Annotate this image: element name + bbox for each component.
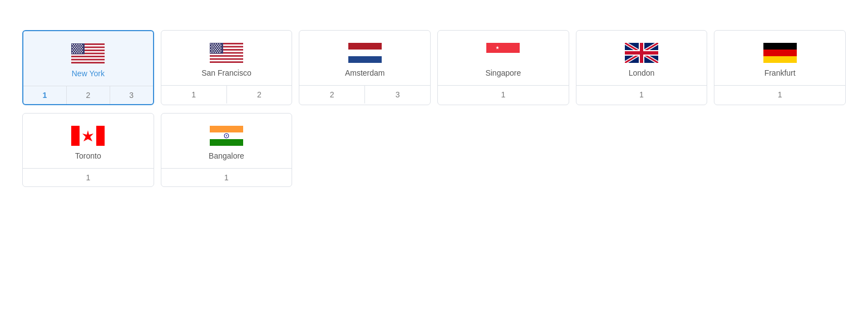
region-card-new-york[interactable]: New York123 (22, 30, 154, 105)
svg-rect-89 (348, 50, 382, 56)
svg-point-87 (219, 52, 220, 53)
region-num-amsterdam-3[interactable]: 3 (365, 86, 430, 104)
svg-point-81 (218, 51, 219, 52)
region-num-bangalore-1[interactable]: 1 (161, 169, 292, 186)
region-name-san-francisco: San Francisco (201, 68, 251, 77)
svg-rect-100 (96, 126, 105, 146)
svg-point-31 (76, 50, 77, 51)
region-top-new-york: New York (23, 31, 153, 86)
svg-rect-5 (71, 56, 105, 57)
region-card-london[interactable]: London1 (576, 30, 708, 105)
svg-point-43 (81, 52, 82, 53)
svg-point-32 (78, 50, 80, 51)
region-top-singapore: Singapore (438, 31, 569, 85)
svg-point-78 (211, 51, 213, 52)
svg-point-77 (219, 49, 220, 50)
svg-point-23 (81, 47, 82, 48)
flag-uk-icon (625, 43, 658, 63)
region-card-san-francisco[interactable]: San Francisco12 (161, 30, 293, 105)
svg-point-56 (217, 43, 218, 45)
region-card-frankfurt[interactable]: Frankfurt1 (714, 30, 846, 105)
svg-point-34 (73, 51, 74, 52)
region-card-toronto[interactable]: Toronto1 (22, 113, 154, 187)
svg-point-16 (77, 46, 78, 47)
region-num-new-york-1[interactable]: 1 (23, 86, 67, 104)
svg-point-14 (73, 46, 74, 47)
region-numbers-san-francisco: 12 (161, 85, 292, 104)
svg-rect-90 (348, 56, 382, 63)
region-name-frankfurt: Frankfurt (765, 68, 796, 77)
svg-rect-50 (210, 58, 243, 60)
svg-rect-49 (210, 55, 243, 57)
region-top-bangalore: Bangalore (161, 114, 292, 168)
svg-point-17 (80, 46, 81, 47)
flag-sg-icon (486, 43, 520, 63)
region-num-amsterdam-2[interactable]: 2 (299, 86, 365, 104)
flag-in-icon (210, 126, 243, 146)
svg-point-41 (76, 52, 77, 53)
region-num-new-york-2[interactable]: 2 (67, 86, 110, 104)
svg-rect-7 (71, 62, 105, 63)
svg-point-79 (214, 51, 215, 52)
svg-point-42 (78, 52, 80, 53)
region-num-london-1[interactable]: 1 (576, 86, 707, 104)
region-num-new-york-3[interactable]: 3 (110, 86, 153, 104)
region-num-san-francisco-1[interactable]: 1 (161, 86, 227, 104)
region-card-singapore[interactable]: Singapore1 (437, 30, 569, 105)
svg-point-10 (74, 44, 75, 45)
svg-point-38 (82, 51, 83, 52)
region-grid-row2: Toronto1 Bangalore1 (22, 113, 846, 187)
region-numbers-bangalore: 1 (161, 168, 292, 186)
svg-point-55 (215, 43, 216, 45)
region-num-singapore-1[interactable]: 1 (438, 86, 569, 104)
region-top-london: London (576, 31, 707, 85)
region-num-san-francisco-2[interactable]: 2 (227, 86, 292, 104)
svg-point-67 (219, 46, 220, 47)
svg-point-54 (213, 43, 214, 45)
region-num-toronto-1[interactable]: 1 (23, 169, 154, 186)
svg-point-19 (72, 47, 73, 48)
region-numbers-london: 1 (576, 85, 707, 104)
svg-point-75 (215, 49, 216, 50)
svg-point-12 (78, 44, 80, 45)
region-numbers-frankfurt: 1 (714, 85, 845, 104)
svg-point-63 (210, 46, 211, 47)
svg-point-105 (226, 135, 227, 136)
svg-point-24 (73, 48, 74, 50)
svg-rect-92 (486, 53, 520, 63)
region-name-new-york: New York (72, 69, 105, 78)
flag-nl-icon (348, 43, 382, 63)
svg-point-37 (80, 51, 81, 52)
svg-point-40 (74, 52, 75, 53)
flag-ca-icon (71, 126, 105, 146)
region-name-london: London (629, 68, 655, 77)
svg-point-73 (210, 49, 211, 50)
svg-point-13 (81, 44, 82, 45)
region-top-frankfurt: Frankfurt (714, 31, 845, 85)
svg-rect-97 (763, 56, 797, 63)
region-name-amsterdam: Amsterdam (345, 68, 385, 77)
svg-point-39 (72, 52, 73, 53)
region-card-bangalore[interactable]: Bangalore1 (161, 113, 293, 187)
svg-point-70 (216, 48, 217, 49)
svg-point-21 (76, 47, 77, 48)
svg-rect-103 (210, 139, 243, 146)
svg-point-74 (213, 49, 214, 50)
svg-point-85 (215, 52, 216, 53)
region-numbers-new-york: 123 (23, 86, 153, 104)
svg-rect-6 (71, 59, 105, 61)
svg-point-30 (74, 50, 75, 51)
region-numbers-toronto: 1 (23, 168, 154, 186)
svg-point-35 (75, 51, 76, 52)
svg-rect-96 (763, 50, 797, 56)
svg-point-71 (218, 48, 219, 49)
svg-point-28 (82, 48, 83, 50)
svg-point-33 (81, 50, 82, 51)
region-card-amsterdam[interactable]: Amsterdam23 (299, 30, 431, 105)
svg-rect-91 (486, 43, 520, 53)
region-num-frankfurt-1[interactable]: 1 (714, 86, 845, 104)
svg-rect-101 (210, 126, 243, 132)
region-numbers-singapore: 1 (438, 85, 569, 104)
region-name-toronto: Toronto (75, 151, 101, 160)
svg-point-11 (76, 44, 77, 45)
